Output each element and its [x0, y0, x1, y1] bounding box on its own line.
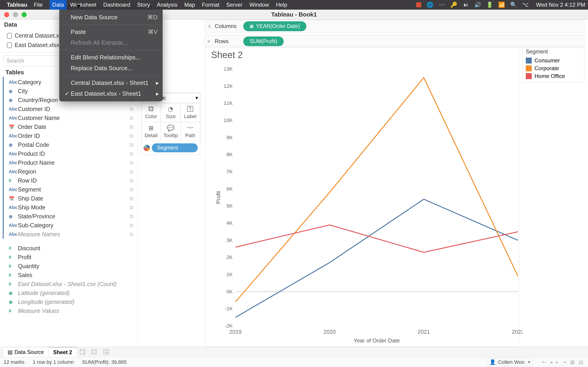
color-legend[interactable]: Segment ConsumerCorporateHome Office: [522, 46, 584, 83]
series-corporate[interactable]: [235, 77, 518, 302]
field-state-province[interactable]: ⊕State/Province⧉: [4, 212, 138, 221]
status-bar: 12 marks 1 row by 1 column SUM(Profit): …: [0, 357, 588, 367]
menu-paste[interactable]: Paste ⌘V: [59, 27, 163, 37]
series-consumer[interactable]: [235, 199, 518, 317]
tab-sheet-2[interactable]: Sheet 2: [48, 347, 77, 357]
menu-story[interactable]: Story: [137, 2, 150, 8]
status-dimensions: 1 row by 1 column: [33, 359, 74, 365]
legend-item-corporate[interactable]: Corporate: [526, 65, 581, 72]
svg-text:3K: 3K: [226, 237, 233, 243]
menu-dashboard[interactable]: Dashboard: [103, 2, 130, 8]
marks-tooltip-button[interactable]: 💬Tooltip: [161, 122, 180, 141]
field-product-name[interactable]: AbcProduct Name⧉: [4, 158, 138, 167]
menu-window[interactable]: Window: [250, 2, 269, 8]
menubar-clock[interactable]: Wed Nov 2 4:12 PM: [536, 2, 585, 8]
new-dashboard-button[interactable]: ⿴: [88, 347, 100, 357]
field-east-dataset-xlsx-sheet1-csv-count-[interactable]: #East Dataset.xlsx - Sheet1.csv (Count): [4, 280, 138, 289]
field-row-id[interactable]: #Row ID⧉: [4, 176, 138, 185]
play-icon[interactable]: ⏯: [463, 2, 469, 8]
menu-worksheet[interactable]: Worksheet: [70, 2, 96, 8]
app-name[interactable]: Tableau: [7, 2, 27, 8]
wifi-icon[interactable]: 📶: [498, 2, 505, 8]
worksheet-view[interactable]: Sheet 2 -2K-1K0K1K2K3K4K5K6K7K8K9K10K11K…: [205, 46, 519, 347]
legend-item-home-office[interactable]: Home Office: [526, 72, 581, 80]
globe-icon[interactable]: 🌐: [427, 2, 433, 8]
field-order-date[interactable]: 📅Order Date⧉: [4, 123, 138, 131]
field-product-id[interactable]: AbcProduct ID⧉: [4, 149, 138, 158]
status-aggregate: SUM(Profit): 39,865: [82, 359, 127, 365]
menu-file[interactable]: File: [34, 2, 43, 8]
marks-size-button[interactable]: ◔Size: [161, 103, 180, 122]
new-story-button[interactable]: ⿷: [100, 347, 112, 357]
key-icon[interactable]: 🔑: [451, 2, 457, 8]
menu-data[interactable]: Data: [50, 0, 67, 10]
line-chart[interactable]: -2K-1K0K1K2K3K4K5K6K7K8K9K10K11K12K13K20…: [215, 65, 523, 347]
control-center-icon[interactable]: ⌥: [522, 2, 529, 8]
field-ship-mode[interactable]: AbcShip Mode⧉: [4, 203, 138, 212]
nav-last-button[interactable]: ⇥: [561, 359, 567, 365]
cloud-icon[interactable]: 〰️: [439, 2, 445, 8]
svg-text:2019: 2019: [229, 329, 242, 335]
marks-color-button[interactable]: ⚃Color: [141, 103, 161, 122]
field-order-id[interactable]: AbcOrder ID⧉: [4, 131, 138, 140]
field-sales[interactable]: #Sales: [4, 271, 138, 280]
menu-ds-central[interactable]: Central Dataset.xlsx - Sheet1 ▸: [59, 77, 163, 88]
marks-label-button[interactable]: 🅃Label: [181, 103, 200, 122]
menu-edit-blend[interactable]: Edit Blend Relationships...: [59, 52, 163, 63]
legend-item-consumer[interactable]: Consumer: [526, 57, 581, 65]
menu-map[interactable]: Map: [184, 2, 195, 8]
minimize-window-button[interactable]: [13, 12, 18, 17]
menu-analysis[interactable]: Analysis: [157, 2, 177, 8]
marks-segment-pill[interactable]: Segment: [152, 143, 198, 152]
status-app-1-icon[interactable]: [416, 2, 421, 7]
nav-next-button[interactable]: ▸: [555, 359, 560, 365]
field-measure-names[interactable]: AbcMeasure Names⧉: [4, 230, 138, 239]
sheet-title[interactable]: Sheet 2: [211, 50, 243, 60]
battery-icon[interactable]: 🔋: [486, 2, 493, 8]
field-sub-category[interactable]: AbcSub-Category⧉: [4, 221, 138, 230]
field-quantity[interactable]: #Quantity: [4, 262, 138, 271]
menu-ds-east[interactable]: ✓ East Dataset.xlsx - Sheet1 ▸: [59, 88, 163, 99]
menu-new-data-source[interactable]: New Data Source ⌘D: [59, 12, 163, 23]
series-home-office[interactable]: [235, 225, 518, 252]
field-segment[interactable]: AbcSegment⧉: [4, 185, 138, 194]
show-filmstrip-button[interactable]: ▦: [569, 359, 576, 365]
user-menu[interactable]: 👤Colten Woo: [486, 358, 533, 366]
field-ship-date[interactable]: 📅Ship Date⧉: [4, 194, 138, 203]
field-latitude-generated-[interactable]: ⊕Latitude (generated): [4, 289, 138, 298]
nav-prev-button[interactable]: ◂: [549, 359, 553, 365]
field-region[interactable]: AbcRegion⧉: [4, 167, 138, 176]
marks-card: Automatic ▾ ⚃Color ◔Size 🅃Label ⊞Detail …: [141, 93, 200, 155]
menu-format[interactable]: Format: [202, 2, 219, 8]
columns-pill-year[interactable]: ▦YEAR(Order Date): [243, 21, 306, 31]
show-sorter-button[interactable]: ▤: [578, 359, 584, 365]
field-profit[interactable]: #Profit: [4, 253, 138, 262]
sheet-nav: ⇤ ◂ ▸ ⇥ ▦ ▤: [541, 359, 584, 365]
svg-text:9K: 9K: [226, 135, 233, 140]
field-measure-values[interactable]: #Measure Values: [4, 307, 138, 315]
close-window-button[interactable]: [4, 12, 9, 17]
tab-data-source[interactable]: ▤Data Source: [3, 347, 49, 357]
new-worksheet-button[interactable]: ⿹: [77, 347, 88, 357]
nav-first-button[interactable]: ⇤: [541, 359, 547, 365]
field-longitude-generated-[interactable]: ⊕Longitude (generated): [4, 298, 138, 307]
svg-text:5K: 5K: [226, 203, 233, 209]
field-postal-code[interactable]: ⊕Postal Code⧉: [4, 140, 138, 149]
field-customer-name[interactable]: AbcCustomer Name⧉: [4, 114, 138, 123]
field-customer-id[interactable]: AbcCustomer ID⧉: [4, 105, 138, 114]
marks-detail-button[interactable]: ⊞Detail: [141, 122, 161, 141]
menu-server[interactable]: Server: [226, 2, 242, 8]
columns-shelf[interactable]: ⫼Columns ▦YEAR(Order Date): [204, 20, 584, 33]
rows-icon: ≡: [208, 39, 210, 44]
rows-pill-profit[interactable]: SUM(Profit): [243, 36, 284, 46]
volume-icon[interactable]: 🔊: [475, 2, 481, 8]
blend-link-icon: ⧉: [130, 178, 133, 184]
marks-path-button[interactable]: 〰Path: [181, 122, 200, 141]
zoom-window-button[interactable]: [22, 12, 27, 17]
menu-help[interactable]: Help: [276, 2, 287, 8]
field-discount[interactable]: #Discount: [4, 244, 138, 253]
menu-replace-data-source[interactable]: Replace Data Source...: [59, 63, 163, 74]
search-icon[interactable]: 🔍: [510, 2, 517, 8]
legend-swatch: [526, 73, 532, 79]
chevron-down-icon: ▾: [195, 95, 198, 101]
